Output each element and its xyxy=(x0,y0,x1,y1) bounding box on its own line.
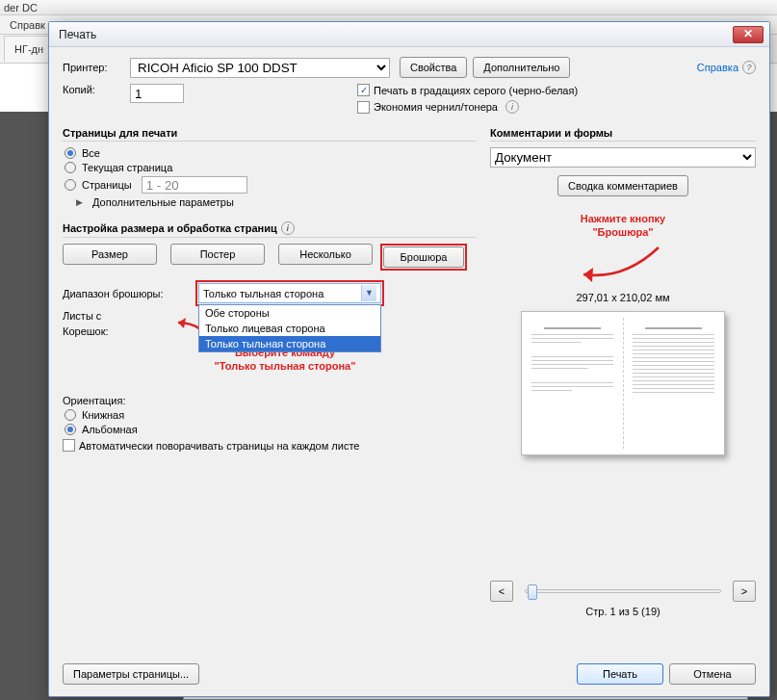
orientation-label: Ориентация: xyxy=(63,395,477,406)
annotation-arrow-icon xyxy=(570,242,676,286)
tab-booklet-button[interactable]: Брошюра xyxy=(383,246,464,268)
copies-input[interactable] xyxy=(130,84,184,103)
close-button[interactable]: ✕ xyxy=(733,26,764,43)
dropdown-option-both[interactable]: Обе стороны xyxy=(199,305,380,321)
chevron-right-icon: > xyxy=(741,585,747,597)
annotation-highlight-dropdown: Только тыльная сторона ▼ Обе стороны Тол… xyxy=(195,280,384,306)
chevron-down-icon: ▼ xyxy=(361,285,376,301)
grayscale-label: Печать в градациях серого (черно-белая) xyxy=(374,85,578,96)
spine-label: Корешок: xyxy=(63,325,195,337)
bg-toolbar-item: Справк xyxy=(10,19,45,31)
savetoner-info-icon[interactable]: i xyxy=(505,100,519,114)
dropdown-option-front[interactable]: Только лицевая сторона xyxy=(199,321,380,336)
radio-all[interactable] xyxy=(65,147,76,159)
page-indicator: Стр. 1 из 5 (19) xyxy=(490,606,756,617)
copies-label: Копий: xyxy=(63,84,130,95)
slider-thumb[interactable] xyxy=(528,584,537,600)
tab-poster-button[interactable]: Постер xyxy=(170,244,265,265)
radio-current[interactable] xyxy=(65,162,76,173)
chevron-left-icon: < xyxy=(499,585,505,597)
grayscale-checkbox[interactable]: ✓ xyxy=(357,84,370,96)
booklet-range-dropdown-list: Обе стороны Только лицевая сторона Тольк… xyxy=(198,304,381,352)
booklet-range-select[interactable]: Только тыльная сторона ▼ xyxy=(198,283,381,303)
page-slider[interactable] xyxy=(525,589,721,593)
bg-app-title: der DC xyxy=(4,2,38,13)
sizing-info-icon[interactable]: i xyxy=(281,221,295,235)
next-page-button[interactable]: > xyxy=(733,581,756,602)
tab-size-button[interactable]: Размер xyxy=(63,244,157,265)
radio-current-label: Текущая страница xyxy=(82,162,172,173)
radio-landscape-label: Альбомная xyxy=(82,424,138,435)
sheets-from-label: Листы с xyxy=(63,310,195,322)
bg-titlebar: der DC xyxy=(0,0,777,15)
preview-dimensions: 297,01 x 210,02 мм xyxy=(490,292,756,303)
annotation-press-booklet: Нажмите кнопку"Брошюра" xyxy=(490,212,756,240)
pages-section-header: Страницы для печати xyxy=(63,127,477,142)
radio-all-label: Все xyxy=(82,147,100,159)
booklet-range-label: Диапазон брошюры: xyxy=(63,288,195,299)
page-range-input[interactable] xyxy=(142,176,247,194)
comments-summary-button[interactable]: Сводка комментариев xyxy=(557,175,688,196)
print-button[interactable]: Печать xyxy=(577,663,663,685)
dialog-titlebar: Печать ✕ xyxy=(49,22,769,47)
radio-pages[interactable] xyxy=(65,179,76,191)
annotation-highlight-booklet: Брошюра xyxy=(380,244,467,271)
radio-portrait-label: Книжная xyxy=(82,409,124,421)
savetoner-label: Экономия чернил/тонера xyxy=(374,101,498,113)
radio-portrait[interactable] xyxy=(65,409,76,421)
sizing-section-header: Настройка размера и обработка страниц xyxy=(63,222,277,234)
cancel-button[interactable]: Отмена xyxy=(669,663,756,685)
page-setup-button[interactable]: Параметры страницы... xyxy=(63,663,199,685)
comments-section-header: Комментарии и формы xyxy=(490,127,756,142)
expand-icon[interactable]: ▶ xyxy=(76,197,83,207)
dropdown-option-back[interactable]: Только тыльная сторона xyxy=(199,336,380,351)
autorotate-checkbox[interactable] xyxy=(63,439,75,452)
booklet-range-value: Только тыльная сторона xyxy=(203,288,324,299)
comments-select[interactable]: Документ xyxy=(490,147,756,168)
printer-label: Принтер: xyxy=(63,62,130,73)
close-icon: ✕ xyxy=(743,27,753,40)
printer-select[interactable]: RICOH Aficio SP 100 DDST xyxy=(130,58,390,78)
radio-landscape[interactable] xyxy=(65,424,76,435)
help-link[interactable]: Справка xyxy=(697,62,738,73)
print-dialog: Печать ✕ Принтер: RICOH Aficio SP 100 DD… xyxy=(48,21,770,697)
radio-pages-label: Страницы xyxy=(82,179,132,191)
autorotate-label: Автоматически поворачивать страницы на к… xyxy=(79,440,359,452)
properties-button[interactable]: Свойства xyxy=(400,57,467,78)
more-params-label[interactable]: Дополнительные параметры xyxy=(92,196,234,208)
prev-page-button[interactable]: < xyxy=(490,581,513,602)
advanced-button[interactable]: Дополнительно xyxy=(473,57,570,78)
savetoner-checkbox[interactable] xyxy=(357,101,370,114)
dialog-title: Печать xyxy=(59,28,733,41)
bg-tab[interactable]: НГ-дн xyxy=(4,36,54,62)
tab-multiple-button[interactable]: Несколько xyxy=(278,244,373,265)
print-preview xyxy=(521,311,725,455)
help-info-icon[interactable]: ? xyxy=(742,61,756,74)
